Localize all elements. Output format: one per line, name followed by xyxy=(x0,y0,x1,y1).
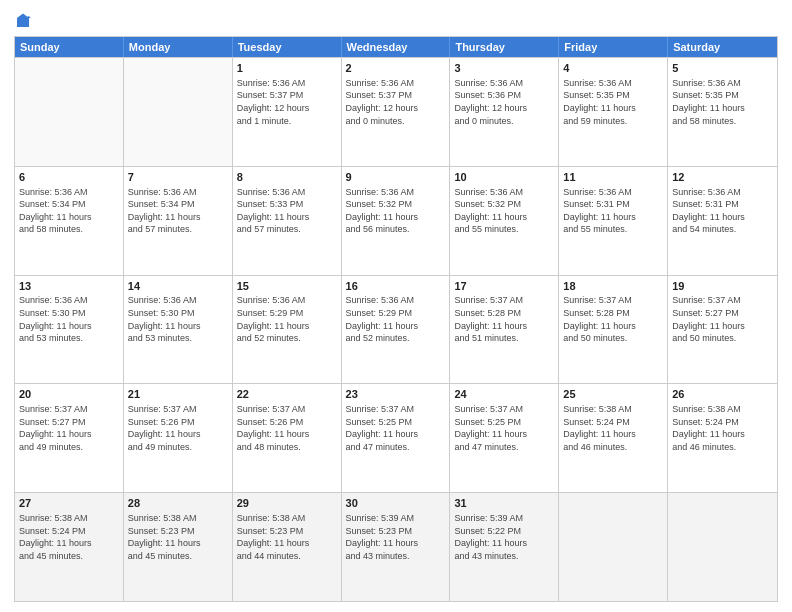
day-number: 14 xyxy=(128,279,228,294)
day-number: 8 xyxy=(237,170,337,185)
day-number: 22 xyxy=(237,387,337,402)
day-info: Sunrise: 5:37 AM Sunset: 5:26 PM Dayligh… xyxy=(128,403,228,453)
day-info: Sunrise: 5:36 AM Sunset: 5:32 PM Dayligh… xyxy=(346,186,446,236)
page: SundayMondayTuesdayWednesdayThursdayFrid… xyxy=(0,0,792,612)
day-number: 30 xyxy=(346,496,446,511)
week-row-3: 13Sunrise: 5:36 AM Sunset: 5:30 PM Dayli… xyxy=(15,275,777,384)
day-cell-7: 7Sunrise: 5:36 AM Sunset: 5:34 PM Daylig… xyxy=(124,167,233,275)
day-number: 24 xyxy=(454,387,554,402)
day-info: Sunrise: 5:39 AM Sunset: 5:23 PM Dayligh… xyxy=(346,512,446,562)
day-cell-12: 12Sunrise: 5:36 AM Sunset: 5:31 PM Dayli… xyxy=(668,167,777,275)
day-info: Sunrise: 5:38 AM Sunset: 5:23 PM Dayligh… xyxy=(237,512,337,562)
day-cell-16: 16Sunrise: 5:36 AM Sunset: 5:29 PM Dayli… xyxy=(342,276,451,384)
empty-cell xyxy=(668,493,777,601)
empty-cell xyxy=(124,58,233,166)
header-day-monday: Monday xyxy=(124,37,233,57)
week-row-4: 20Sunrise: 5:37 AM Sunset: 5:27 PM Dayli… xyxy=(15,383,777,492)
day-cell-21: 21Sunrise: 5:37 AM Sunset: 5:26 PM Dayli… xyxy=(124,384,233,492)
day-number: 20 xyxy=(19,387,119,402)
day-number: 27 xyxy=(19,496,119,511)
day-info: Sunrise: 5:36 AM Sunset: 5:29 PM Dayligh… xyxy=(237,294,337,344)
day-cell-17: 17Sunrise: 5:37 AM Sunset: 5:28 PM Dayli… xyxy=(450,276,559,384)
day-cell-5: 5Sunrise: 5:36 AM Sunset: 5:35 PM Daylig… xyxy=(668,58,777,166)
day-number: 21 xyxy=(128,387,228,402)
calendar-body: 1Sunrise: 5:36 AM Sunset: 5:37 PM Daylig… xyxy=(15,57,777,601)
day-info: Sunrise: 5:36 AM Sunset: 5:35 PM Dayligh… xyxy=(672,77,773,127)
day-cell-15: 15Sunrise: 5:36 AM Sunset: 5:29 PM Dayli… xyxy=(233,276,342,384)
day-number: 2 xyxy=(346,61,446,76)
day-info: Sunrise: 5:37 AM Sunset: 5:25 PM Dayligh… xyxy=(454,403,554,453)
day-cell-26: 26Sunrise: 5:38 AM Sunset: 5:24 PM Dayli… xyxy=(668,384,777,492)
day-number: 13 xyxy=(19,279,119,294)
header xyxy=(14,12,778,30)
day-cell-1: 1Sunrise: 5:36 AM Sunset: 5:37 PM Daylig… xyxy=(233,58,342,166)
header-day-saturday: Saturday xyxy=(668,37,777,57)
day-cell-30: 30Sunrise: 5:39 AM Sunset: 5:23 PM Dayli… xyxy=(342,493,451,601)
day-number: 25 xyxy=(563,387,663,402)
day-info: Sunrise: 5:37 AM Sunset: 5:25 PM Dayligh… xyxy=(346,403,446,453)
day-info: Sunrise: 5:37 AM Sunset: 5:26 PM Dayligh… xyxy=(237,403,337,453)
calendar-header: SundayMondayTuesdayWednesdayThursdayFrid… xyxy=(15,37,777,57)
day-info: Sunrise: 5:36 AM Sunset: 5:35 PM Dayligh… xyxy=(563,77,663,127)
header-day-wednesday: Wednesday xyxy=(342,37,451,57)
day-info: Sunrise: 5:36 AM Sunset: 5:32 PM Dayligh… xyxy=(454,186,554,236)
day-number: 3 xyxy=(454,61,554,76)
day-cell-6: 6Sunrise: 5:36 AM Sunset: 5:34 PM Daylig… xyxy=(15,167,124,275)
day-info: Sunrise: 5:36 AM Sunset: 5:30 PM Dayligh… xyxy=(19,294,119,344)
day-cell-9: 9Sunrise: 5:36 AM Sunset: 5:32 PM Daylig… xyxy=(342,167,451,275)
day-info: Sunrise: 5:36 AM Sunset: 5:31 PM Dayligh… xyxy=(672,186,773,236)
day-number: 26 xyxy=(672,387,773,402)
day-number: 11 xyxy=(563,170,663,185)
day-info: Sunrise: 5:38 AM Sunset: 5:24 PM Dayligh… xyxy=(563,403,663,453)
day-cell-3: 3Sunrise: 5:36 AM Sunset: 5:36 PM Daylig… xyxy=(450,58,559,166)
day-number: 31 xyxy=(454,496,554,511)
header-day-thursday: Thursday xyxy=(450,37,559,57)
day-number: 15 xyxy=(237,279,337,294)
week-row-5: 27Sunrise: 5:38 AM Sunset: 5:24 PM Dayli… xyxy=(15,492,777,601)
logo xyxy=(14,12,34,30)
day-cell-11: 11Sunrise: 5:36 AM Sunset: 5:31 PM Dayli… xyxy=(559,167,668,275)
day-number: 28 xyxy=(128,496,228,511)
day-info: Sunrise: 5:36 AM Sunset: 5:30 PM Dayligh… xyxy=(128,294,228,344)
day-info: Sunrise: 5:36 AM Sunset: 5:36 PM Dayligh… xyxy=(454,77,554,127)
day-number: 17 xyxy=(454,279,554,294)
day-number: 10 xyxy=(454,170,554,185)
day-cell-2: 2Sunrise: 5:36 AM Sunset: 5:37 PM Daylig… xyxy=(342,58,451,166)
day-cell-8: 8Sunrise: 5:36 AM Sunset: 5:33 PM Daylig… xyxy=(233,167,342,275)
day-info: Sunrise: 5:36 AM Sunset: 5:29 PM Dayligh… xyxy=(346,294,446,344)
day-number: 12 xyxy=(672,170,773,185)
day-number: 29 xyxy=(237,496,337,511)
day-cell-18: 18Sunrise: 5:37 AM Sunset: 5:28 PM Dayli… xyxy=(559,276,668,384)
day-cell-24: 24Sunrise: 5:37 AM Sunset: 5:25 PM Dayli… xyxy=(450,384,559,492)
day-info: Sunrise: 5:37 AM Sunset: 5:28 PM Dayligh… xyxy=(454,294,554,344)
day-info: Sunrise: 5:36 AM Sunset: 5:37 PM Dayligh… xyxy=(237,77,337,127)
day-info: Sunrise: 5:39 AM Sunset: 5:22 PM Dayligh… xyxy=(454,512,554,562)
day-cell-31: 31Sunrise: 5:39 AM Sunset: 5:22 PM Dayli… xyxy=(450,493,559,601)
day-number: 4 xyxy=(563,61,663,76)
day-cell-14: 14Sunrise: 5:36 AM Sunset: 5:30 PM Dayli… xyxy=(124,276,233,384)
day-number: 7 xyxy=(128,170,228,185)
day-number: 1 xyxy=(237,61,337,76)
day-info: Sunrise: 5:36 AM Sunset: 5:34 PM Dayligh… xyxy=(128,186,228,236)
day-cell-22: 22Sunrise: 5:37 AM Sunset: 5:26 PM Dayli… xyxy=(233,384,342,492)
day-info: Sunrise: 5:37 AM Sunset: 5:27 PM Dayligh… xyxy=(19,403,119,453)
day-number: 5 xyxy=(672,61,773,76)
calendar: SundayMondayTuesdayWednesdayThursdayFrid… xyxy=(14,36,778,602)
day-info: Sunrise: 5:37 AM Sunset: 5:28 PM Dayligh… xyxy=(563,294,663,344)
day-number: 18 xyxy=(563,279,663,294)
week-row-1: 1Sunrise: 5:36 AM Sunset: 5:37 PM Daylig… xyxy=(15,57,777,166)
day-number: 16 xyxy=(346,279,446,294)
day-cell-13: 13Sunrise: 5:36 AM Sunset: 5:30 PM Dayli… xyxy=(15,276,124,384)
day-info: Sunrise: 5:37 AM Sunset: 5:27 PM Dayligh… xyxy=(672,294,773,344)
day-cell-28: 28Sunrise: 5:38 AM Sunset: 5:23 PM Dayli… xyxy=(124,493,233,601)
day-info: Sunrise: 5:38 AM Sunset: 5:23 PM Dayligh… xyxy=(128,512,228,562)
day-cell-19: 19Sunrise: 5:37 AM Sunset: 5:27 PM Dayli… xyxy=(668,276,777,384)
header-day-sunday: Sunday xyxy=(15,37,124,57)
day-info: Sunrise: 5:36 AM Sunset: 5:33 PM Dayligh… xyxy=(237,186,337,236)
day-info: Sunrise: 5:38 AM Sunset: 5:24 PM Dayligh… xyxy=(672,403,773,453)
day-number: 19 xyxy=(672,279,773,294)
day-cell-27: 27Sunrise: 5:38 AM Sunset: 5:24 PM Dayli… xyxy=(15,493,124,601)
day-info: Sunrise: 5:36 AM Sunset: 5:34 PM Dayligh… xyxy=(19,186,119,236)
day-number: 6 xyxy=(19,170,119,185)
week-row-2: 6Sunrise: 5:36 AM Sunset: 5:34 PM Daylig… xyxy=(15,166,777,275)
